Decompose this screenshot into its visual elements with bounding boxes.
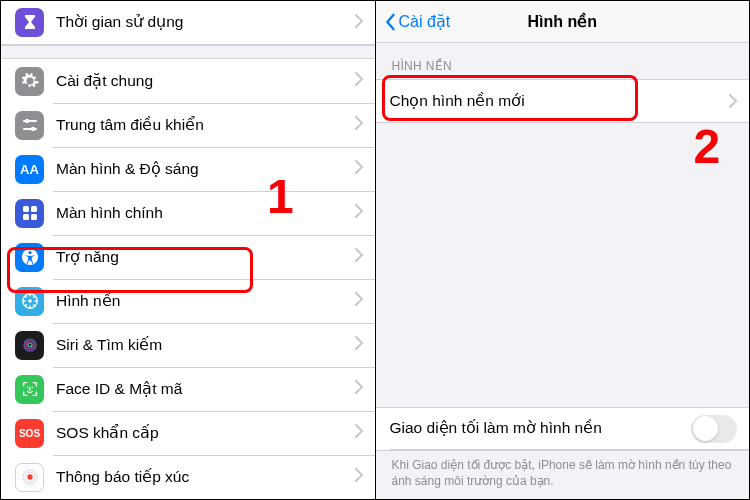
row-label: Siri & Tìm kiếm xyxy=(56,336,355,355)
footer-text: Khi Giao diện tối được bật, iPhone sẽ là… xyxy=(376,451,750,499)
back-button[interactable]: Cài đặt xyxy=(376,12,451,31)
row-label: Cài đặt chung xyxy=(56,72,355,91)
choose-label: Chọn hình nền mới xyxy=(390,92,730,111)
svg-point-9 xyxy=(28,251,31,254)
settings-row-1[interactable]: Cài đặt chung xyxy=(1,59,375,103)
dark-dim-label: Giao diện tối làm mờ hình nền xyxy=(390,419,692,438)
settings-list-panel: Thời gian sử dụngCài đặt chungTrung tâm … xyxy=(0,0,376,500)
nav-header: Cài đặt Hình nền xyxy=(376,1,750,43)
svg-rect-5 xyxy=(31,206,37,212)
faceid-icon xyxy=(15,375,44,404)
row-label: Trung tâm điều khiển xyxy=(56,116,355,135)
svg-rect-6 xyxy=(23,214,29,220)
siri-icon xyxy=(15,331,44,360)
chevron-left-icon xyxy=(384,13,396,31)
chevron-right-icon xyxy=(355,72,363,90)
row-label: Thông báo tiếp xúc xyxy=(56,468,355,487)
row-label: Trợ năng xyxy=(56,248,355,267)
settings-row-6[interactable]: Hình nền xyxy=(1,279,375,323)
choose-new-wallpaper-row[interactable]: Chọn hình nền mới xyxy=(376,79,750,123)
text-size-icon: AA xyxy=(15,155,44,184)
svg-point-3 xyxy=(30,127,34,131)
settings-row-2[interactable]: Trung tâm điều khiển xyxy=(1,103,375,147)
row-label: Thời gian sử dụng xyxy=(56,13,355,32)
wallpaper-icon xyxy=(15,287,44,316)
row-label: Màn hình & Độ sáng xyxy=(56,160,355,179)
svg-point-16 xyxy=(26,387,28,389)
sos-icon: SOS xyxy=(15,419,44,448)
accessibility-icon xyxy=(15,243,44,272)
chevron-right-icon xyxy=(355,160,363,178)
chevron-right-icon xyxy=(355,248,363,266)
gear-icon xyxy=(15,67,44,96)
row-label: SOS khẩn cấp xyxy=(56,424,355,443)
settings-row-5[interactable]: Trợ năng xyxy=(1,235,375,279)
settings-row-7[interactable]: Siri & Tìm kiếm xyxy=(1,323,375,367)
wallpaper-body: HÌNH NỀN Chọn hình nền mới Giao diện tối… xyxy=(376,43,750,499)
settings-row-4[interactable]: Màn hình chính xyxy=(1,191,375,235)
sliders-icon xyxy=(15,111,44,140)
chevron-right-icon xyxy=(355,380,363,398)
settings-row-10[interactable]: Thông báo tiếp xúc xyxy=(1,455,375,499)
dark-dim-toggle[interactable] xyxy=(691,415,737,443)
settings-list: Thời gian sử dụngCài đặt chungTrung tâm … xyxy=(1,1,375,500)
hourglass-icon xyxy=(15,8,44,37)
back-label: Cài đặt xyxy=(399,12,451,31)
svg-rect-7 xyxy=(31,214,37,220)
svg-rect-4 xyxy=(23,206,29,212)
chevron-right-icon xyxy=(355,468,363,486)
section-header: HÌNH NỀN xyxy=(376,43,750,79)
settings-row-3[interactable]: AAMàn hình & Độ sáng xyxy=(1,147,375,191)
row-label: Màn hình chính xyxy=(56,204,355,223)
settings-row-8[interactable]: Face ID & Mật mã xyxy=(1,367,375,411)
dark-dim-row[interactable]: Giao diện tối làm mờ hình nền xyxy=(376,407,750,451)
chevron-right-icon xyxy=(355,14,363,32)
chevron-right-icon xyxy=(355,116,363,134)
row-label: Face ID & Mật mã xyxy=(56,380,355,399)
spacer xyxy=(376,123,750,407)
chevron-right-icon xyxy=(355,336,363,354)
row-label: Hình nền xyxy=(56,292,355,311)
svg-point-17 xyxy=(31,387,33,389)
svg-point-11 xyxy=(28,299,32,303)
chevron-right-icon xyxy=(729,94,737,108)
svg-point-18 xyxy=(27,474,32,479)
chevron-right-icon xyxy=(355,204,363,222)
wallpaper-panel: Cài đặt Hình nền HÌNH NỀN Chọn hình nền … xyxy=(376,0,751,500)
grid-icon xyxy=(15,199,44,228)
exposure-icon xyxy=(15,463,44,492)
chevron-right-icon xyxy=(355,424,363,442)
chevron-right-icon xyxy=(355,292,363,310)
svg-point-1 xyxy=(24,119,28,123)
settings-row-9[interactable]: SOSSOS khẩn cấp xyxy=(1,411,375,455)
settings-row-0[interactable]: Thời gian sử dụng xyxy=(1,1,375,45)
